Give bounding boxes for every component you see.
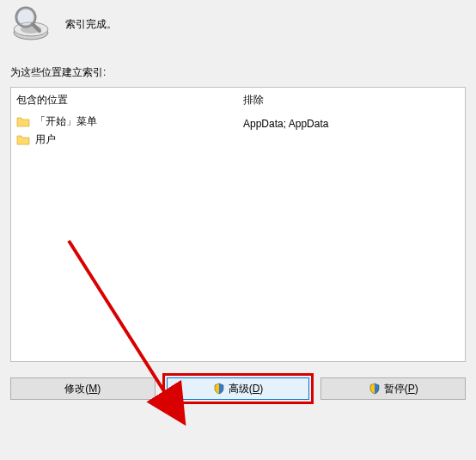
drive-search-icon — [10, 3, 52, 45]
pause-button[interactable]: 暂停(P) — [320, 377, 466, 400]
included-column: 包含的位置 「开始」菜单 用户 — [11, 88, 238, 361]
excluded-column: 排除 AppData; AppData — [238, 88, 465, 361]
button-label: 修改(M) — [64, 382, 101, 396]
locations-label: 为这些位置建立索引: — [0, 65, 476, 87]
folder-icon — [16, 116, 30, 128]
advanced-button[interactable]: 高级(D) — [167, 377, 310, 400]
shield-icon — [213, 383, 225, 395]
button-label: 暂停(P) — [384, 382, 418, 396]
folder-icon — [16, 134, 30, 146]
button-bar: 修改(M) 高级(D) 暂停(P) — [0, 362, 476, 400]
status-text: 索引完成。 — [65, 17, 117, 32]
list-item[interactable]: 「开始」菜单 — [16, 113, 233, 131]
locations-panel: 包含的位置 「开始」菜单 用户 排除 AppData; AppData — [10, 87, 466, 362]
status-area: 索引完成。 — [0, 0, 476, 65]
modify-button[interactable]: 修改(M) — [10, 377, 156, 400]
list-item[interactable]: 用户 — [16, 131, 233, 149]
shield-icon — [369, 383, 381, 395]
advanced-highlight: 高级(D) — [162, 373, 314, 404]
location-name: 用户 — [35, 132, 56, 147]
button-label: 高级(D) — [229, 382, 264, 396]
location-name: 「开始」菜单 — [35, 114, 97, 129]
excluded-header: 排除 — [243, 91, 460, 113]
included-header: 包含的位置 — [16, 91, 233, 113]
exclude-value: AppData; AppData — [243, 116, 460, 132]
